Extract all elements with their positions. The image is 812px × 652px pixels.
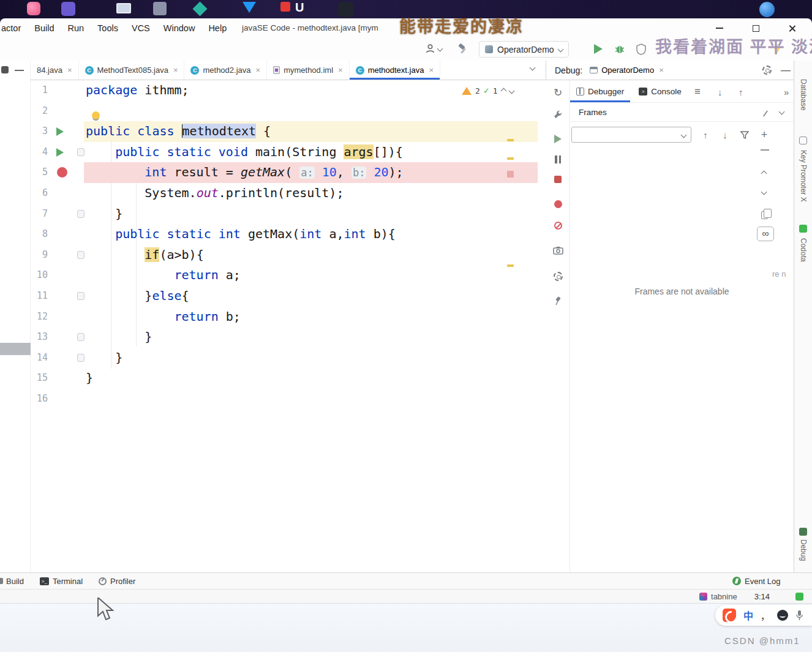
sidebar-item-key-promoter[interactable]: Key Promoter X (799, 150, 808, 202)
code-line-14[interactable]: 14 } (31, 348, 546, 369)
toolwindow-event-log[interactable]: Event Log (732, 577, 781, 586)
run-button[interactable] (594, 44, 603, 54)
code-line-11[interactable]: 11 }else{ (31, 286, 546, 307)
user-profile-button[interactable] (425, 43, 442, 54)
copy-icon[interactable] (761, 211, 768, 219)
frame-down-button[interactable]: ↓ (717, 127, 733, 143)
desktop-icon-teal[interactable] (192, 1, 207, 16)
warning-stripe-mark[interactable] (507, 264, 514, 267)
gutter[interactable]: 8 (31, 224, 84, 245)
collapse-icon[interactable] (763, 110, 768, 116)
add-button[interactable]: + (756, 127, 772, 143)
code-text[interactable]: return a; (84, 265, 538, 286)
caret-position[interactable]: 3:14 (754, 592, 770, 601)
code-text[interactable]: int result = getMax( a: 10, b: 20); (84, 162, 538, 183)
code-text[interactable]: System.out.println(result); (84, 183, 538, 204)
gutter[interactable]: 12 (31, 307, 84, 328)
code-line-5[interactable]: 5 int result = getMax( a: 10, b: 20); (31, 162, 546, 183)
hide-panel-icon[interactable]: — (781, 61, 791, 80)
sidebar-item-database[interactable]: Database (799, 79, 808, 110)
view-breakpoints-icon[interactable] (551, 197, 565, 211)
run-gutter-icon[interactable] (56, 127, 64, 136)
code-text[interactable]: } (84, 348, 538, 369)
code-text[interactable]: return b; (84, 307, 538, 328)
menu-item-actor[interactable]: actor (0, 18, 28, 38)
csdn-logo-icon[interactable] (723, 609, 736, 622)
pause-icon[interactable] (551, 152, 565, 167)
code-line-2[interactable]: 2 (31, 101, 546, 122)
rerun-icon[interactable]: ↻ (551, 85, 565, 100)
tab-console[interactable]: >Console (633, 80, 688, 102)
gutter[interactable]: 5 (31, 162, 84, 183)
gutter[interactable]: 3 (31, 121, 84, 142)
status-green-icon[interactable] (795, 593, 803, 601)
camera-icon[interactable] (551, 243, 565, 258)
gutter[interactable]: 11 (31, 286, 84, 307)
coverage-shield-icon[interactable] (636, 43, 647, 55)
menu-item-tools[interactable]: Tools (91, 18, 125, 38)
sort-up-icon[interactable]: ↑ (739, 87, 743, 97)
warning-stripe-mark[interactable] (507, 139, 514, 141)
sidebar-item-codota[interactable]: Codota (799, 238, 808, 262)
desktop-icon-dark[interactable] (338, 2, 353, 17)
gutter[interactable]: 10 (31, 265, 84, 286)
menu-item-run[interactable]: Run (61, 18, 91, 38)
frames-header[interactable]: Frames (570, 103, 794, 122)
menu-item-vcs[interactable]: VCS (125, 18, 157, 38)
toolwindow-terminal[interactable]: >_ Terminal (40, 577, 83, 586)
editor-tab-methodtext.java[interactable]: Cmethodtext.java× (350, 61, 440, 80)
next-problem-icon[interactable] (508, 88, 514, 94)
code-line-3[interactable]: 3public class methodtext { (31, 121, 546, 142)
settings-gear-icon[interactable] (762, 66, 772, 75)
gutter[interactable]: 9 (31, 245, 84, 266)
close-icon[interactable]: × (67, 66, 72, 75)
inspection-widget[interactable]: 2 ✓ 1 (462, 85, 514, 96)
code-text[interactable]: public static void main(String args[]){ (84, 142, 538, 163)
code-text[interactable]: public class methodtext { (84, 121, 538, 142)
code-text[interactable] (84, 389, 538, 410)
toolwindow-build[interactable]: Build (6, 577, 24, 586)
gutter[interactable]: 7 (31, 204, 84, 225)
code-text[interactable] (84, 101, 538, 122)
code-text[interactable]: public static int getMax(int a,int b){ (84, 224, 538, 245)
close-icon[interactable]: × (659, 66, 664, 75)
settings-gear-icon[interactable] (551, 269, 565, 283)
code-text[interactable]: } (84, 368, 538, 389)
emoji-icon[interactable] (777, 610, 788, 621)
code-line-10[interactable]: 10 return a; (31, 265, 546, 286)
ime-indicator[interactable]: 中 (743, 608, 753, 623)
code-line-15[interactable]: 15} (31, 368, 546, 389)
minimize-icon[interactable] (761, 149, 769, 151)
debug-config-tab[interactable]: OperatorDemo × (590, 61, 664, 80)
gutter[interactable]: 4 (31, 142, 84, 163)
microphone-icon[interactable] (795, 610, 803, 621)
prev-problem-icon[interactable] (500, 88, 506, 94)
download-arrow-icon[interactable] (242, 2, 256, 13)
tabnine-widget[interactable]: tabnine (699, 592, 737, 601)
sort-down-icon[interactable]: ↓ (718, 87, 723, 97)
code-line-7[interactable]: 7 } (31, 204, 546, 225)
pin-icon[interactable] (551, 293, 565, 308)
code-editor[interactable]: 1package ithmm;23public class methodtext… (31, 80, 546, 572)
wrench-icon[interactable] (551, 107, 565, 122)
close-icon[interactable]: × (338, 66, 343, 75)
close-icon[interactable]: × (173, 66, 178, 75)
gutter[interactable]: 16 (31, 389, 84, 410)
intention-bulb-icon[interactable] (92, 111, 100, 119)
code-line-9[interactable]: 9 if(a>b){ (31, 245, 546, 266)
gutter[interactable]: 15 (31, 368, 84, 389)
code-line-12[interactable]: 12 return b; (31, 307, 546, 328)
chevron-down-icon[interactable] (779, 109, 785, 115)
gutter[interactable]: 1 (31, 80, 84, 101)
editor-tab-MethodText085.java[interactable]: CMethodText085.java× (79, 61, 185, 80)
gutter[interactable]: 13 (31, 327, 84, 348)
code-line-6[interactable]: 6 System.out.println(result); (31, 183, 546, 204)
close-icon[interactable]: × (429, 66, 434, 75)
overflow-chevrons-icon[interactable]: » (784, 87, 789, 97)
punctuation-indicator[interactable]: ， (761, 609, 770, 622)
run-gutter-icon[interactable] (56, 148, 64, 157)
thread-combobox[interactable] (571, 127, 691, 143)
close-icon[interactable]: × (256, 66, 261, 75)
debug-bug-button[interactable] (614, 43, 626, 55)
breakpoint-stripe-mark[interactable] (507, 171, 514, 178)
